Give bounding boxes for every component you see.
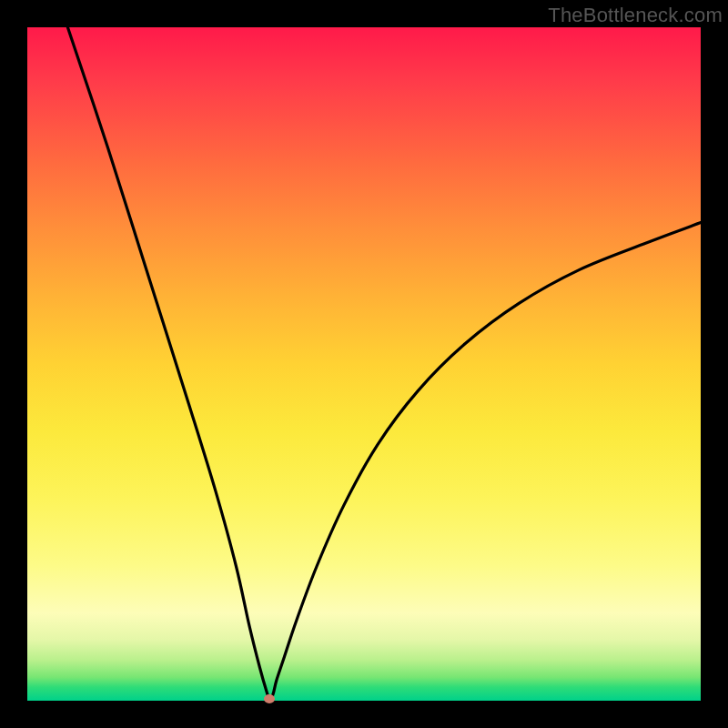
chart-frame: TheBottleneck.com — [0, 0, 728, 728]
plot-area — [27, 27, 701, 701]
bottleneck-curve — [67, 27, 701, 700]
curve-svg — [27, 27, 701, 701]
optimum-marker — [264, 694, 275, 703]
watermark-text: TheBottleneck.com — [548, 4, 723, 27]
